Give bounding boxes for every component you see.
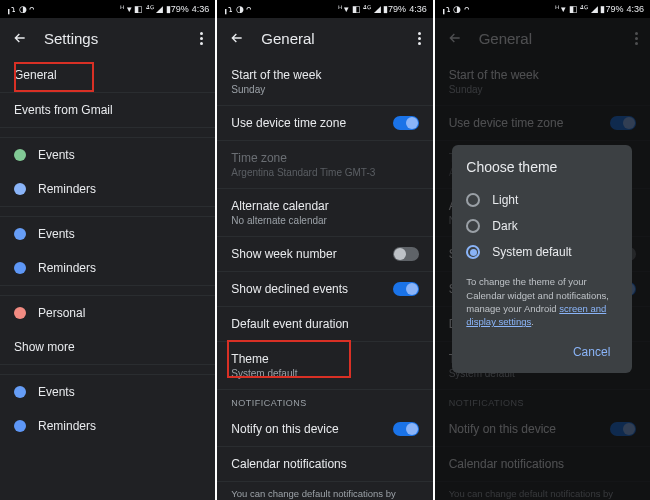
row-alt-cal[interactable]: Alternate calendar No alternate calendar bbox=[217, 189, 432, 237]
row-theme[interactable]: Theme System default bbox=[217, 342, 432, 390]
row-notify[interactable]: Notify on this device bbox=[217, 412, 432, 447]
row-events-1[interactable]: Events bbox=[0, 138, 215, 172]
row-events-3[interactable]: Events bbox=[0, 375, 215, 409]
back-icon[interactable] bbox=[229, 30, 245, 46]
radio-icon bbox=[466, 219, 480, 233]
toggle-declined[interactable] bbox=[393, 282, 419, 296]
phone-theme-dialog: ╻ɿ ◑ ᴖ ᴴ ▾ ◧ ⁴ᴳ ◢ ▮79%4:36 General Start… bbox=[435, 0, 650, 500]
calendar-dot-icon bbox=[14, 228, 26, 240]
calendar-dot-icon bbox=[14, 386, 26, 398]
radio-system[interactable]: System default bbox=[466, 239, 618, 265]
row-general[interactable]: General bbox=[0, 58, 215, 93]
status-bar: ╻ɿ ◑ ᴖ ᴴ ▾ ◧ ⁴ᴳ ◢ ▮79%4:36 bbox=[217, 0, 432, 18]
row-week-num[interactable]: Show week number bbox=[217, 237, 432, 272]
calendar-dot-icon bbox=[14, 420, 26, 432]
row-events-2[interactable]: Events bbox=[0, 217, 215, 251]
row-reminders-3[interactable]: Reminders bbox=[0, 409, 215, 443]
page-title: Settings bbox=[44, 30, 184, 47]
radio-light[interactable]: Light bbox=[466, 187, 618, 213]
row-show-more[interactable]: Show more bbox=[0, 330, 215, 365]
page-title: General bbox=[261, 30, 401, 47]
status-bar: ╻ɿ ◑ ᴖ ᴴ ▾ ◧ ⁴ᴳ ◢ ▮79%4:36 bbox=[435, 0, 650, 18]
calendar-dot-icon bbox=[14, 183, 26, 195]
calendar-dot-icon bbox=[14, 262, 26, 274]
row-events-gmail[interactable]: Events from Gmail bbox=[0, 93, 215, 128]
general-list: Start of the week Sunday Use device time… bbox=[217, 58, 432, 500]
notifications-header: NOTIFICATIONS bbox=[217, 390, 432, 412]
phone-settings: ╻ɿ ◑ ᴖ ᴴ ▾ ◧ ⁴ᴳ ◢ ▮79% 4:36 Settings Gen… bbox=[0, 0, 215, 500]
toggle-use-tz[interactable] bbox=[393, 116, 419, 130]
row-use-tz[interactable]: Use device time zone bbox=[217, 106, 432, 141]
settings-list: General Events from Gmail Events Reminde… bbox=[0, 58, 215, 443]
dialog-title: Choose theme bbox=[466, 159, 618, 175]
notif-hint: You can change default notifications by … bbox=[217, 482, 432, 500]
app-bar: Settings bbox=[0, 18, 215, 58]
app-bar: General bbox=[217, 18, 432, 58]
toggle-notify[interactable] bbox=[393, 422, 419, 436]
phone-general: ╻ɿ ◑ ᴖ ᴴ ▾ ◧ ⁴ᴳ ◢ ▮79%4:36 General Start… bbox=[217, 0, 432, 500]
status-bar: ╻ɿ ◑ ᴖ ᴴ ▾ ◧ ⁴ᴳ ◢ ▮79% 4:36 bbox=[0, 0, 215, 18]
back-icon[interactable] bbox=[12, 30, 28, 46]
dialog-scrim[interactable]: Choose theme Light Dark System default T… bbox=[435, 18, 650, 500]
row-tz: Time zone Argentina Standard Time GMT-3 bbox=[217, 141, 432, 189]
theme-dialog: Choose theme Light Dark System default T… bbox=[452, 145, 632, 372]
calendar-dot-icon bbox=[14, 307, 26, 319]
toggle-week-num[interactable] bbox=[393, 247, 419, 261]
radio-dark[interactable]: Dark bbox=[466, 213, 618, 239]
row-reminders-1[interactable]: Reminders bbox=[0, 172, 215, 207]
calendar-dot-icon bbox=[14, 149, 26, 161]
row-reminders-2[interactable]: Reminders bbox=[0, 251, 215, 286]
row-start-week[interactable]: Start of the week Sunday bbox=[217, 58, 432, 106]
row-duration[interactable]: Default event duration bbox=[217, 307, 432, 342]
dialog-message: To change the theme of your Calendar wid… bbox=[466, 275, 618, 328]
row-declined[interactable]: Show declined events bbox=[217, 272, 432, 307]
row-personal[interactable]: Personal bbox=[0, 296, 215, 330]
radio-icon bbox=[466, 193, 480, 207]
row-cal-notif[interactable]: Calendar notifications bbox=[217, 447, 432, 482]
radio-icon bbox=[466, 245, 480, 259]
more-icon[interactable] bbox=[418, 32, 421, 45]
cancel-button[interactable]: Cancel bbox=[565, 339, 618, 365]
more-icon[interactable] bbox=[200, 32, 203, 45]
